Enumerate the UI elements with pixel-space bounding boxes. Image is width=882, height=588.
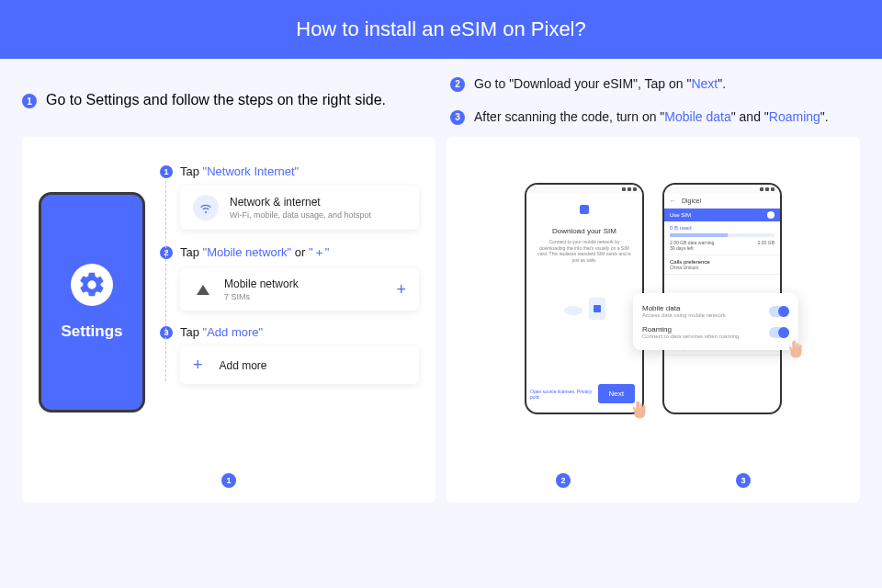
roaming-toggle [769,327,789,338]
substep-badge-3: 3 [160,326,173,339]
panels-row: Settings 1 Tap "Network Internet" Networ… [0,137,882,503]
instruction-3: After scanning the code, turn on "Mobile… [474,108,829,127]
pointer-hand-icon [786,337,806,361]
mobile-data-toggle [769,306,789,317]
wifi-icon [193,195,219,220]
toggles-overlay: Mobile data Access data using mobile net… [633,293,798,350]
gear-icon [71,264,113,306]
card-mobile-network: Mobile network 7 SIMs + [180,268,419,311]
toggle-on-icon [767,211,775,219]
mobile-data-link: Mobile data [664,109,730,124]
footer-link: Open source licenses. Privacy polic [530,389,598,400]
instruction-2: Go to "Download your eSIM", Tap on "Next… [474,75,726,94]
svg-rect-1 [594,305,601,312]
cloud-icon [563,302,583,315]
substep-badge-1: 1 [160,165,173,178]
next-link: Next [691,76,718,91]
pointer-hand-icon [629,398,650,422]
lock-icon [580,205,589,214]
phone-label: Settings [61,322,122,341]
card-add-more: + Add more [180,346,419,384]
instruction-1: Go to Settings and follow the steps on t… [46,92,386,108]
panel-1: Settings 1 Tap "Network Internet" Networ… [22,137,435,503]
sim-icon [589,298,605,320]
substep-3-text: Tap "Add more" [180,325,263,339]
signal-icon [197,285,209,295]
panel2-footer-badges: 2 3 [463,473,843,488]
step-number-3: 3 [450,110,465,125]
plus-icon: + [193,356,203,375]
step-connector [165,181,166,381]
substep-1-text: Tap "Network Internet" [180,164,299,178]
step-number-2: 2 [450,77,465,92]
roaming-link: Roaming [769,109,820,124]
step-number-1: 1 [22,94,37,108]
card-network-internet: Network & internet Wi-Fi, mobile, data u… [180,186,419,230]
substep-2-text: Tap "Mobile network" or "＋" [180,244,329,261]
panel1-footer-badge: 1 [39,473,419,488]
svg-point-0 [564,306,582,315]
back-arrow-icon: ← [670,198,676,204]
page-header: How to install an eSIM on Pixel? [0,0,882,59]
phone-download-sim: Download your SIM Connect to your mobile… [525,183,644,414]
substep-badge-2: 2 [160,246,173,259]
page-title: How to install an eSIM on Pixel? [296,17,586,41]
instructions-block: 1 Go to Settings and follow the steps on… [0,59,882,137]
panel-2: Download your SIM Connect to your mobile… [447,137,860,503]
plus-icon: + [396,280,406,300]
phone-mockup-settings: Settings [39,192,145,413]
